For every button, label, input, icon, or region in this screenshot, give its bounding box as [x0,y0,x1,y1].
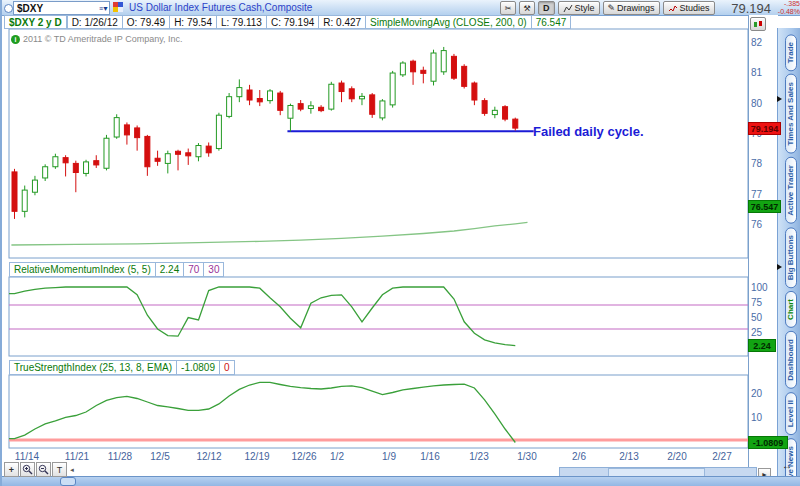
magnifier-minus-icon [38,464,49,475]
magnifier-plus-icon [22,464,33,475]
chart-toolbar: + T ◄ [4,462,76,477]
rmi-lower-cell: 30 [204,262,224,277]
rmi-upper-cell: 70 [184,262,204,277]
collapse-toolbar-arrow[interactable]: ◄ [68,464,76,475]
sma-study-value: 76.547 [532,15,572,29]
info-icon: i [11,35,20,44]
change-percent: -0.48% [766,8,800,16]
tsi-value-badge: -1.0809 [748,436,788,449]
rmi-header-row: RelativeMomentumIndex (5, 5) 2.24 70 30 [9,262,224,277]
chart-canvas[interactable] [2,0,800,486]
plus-move-icon: + [9,465,14,475]
platform-window: $DXY ≡▼ US Dollar Index Futures Cash,Com… [0,0,800,486]
sma-study-label[interactable]: SimpleMovingAvg (CLOSE, 200, 0) [366,15,532,29]
expand-horizontal-icon[interactable]: ↔ [782,460,792,471]
ohlc-field: D: 1/26/12 [67,15,123,29]
trendline-annotation[interactable]: Failed daily cycle. [533,124,644,139]
rmi-value-badge: 2.24 [748,339,776,352]
ohlc-field: H: 79.54 [170,15,217,29]
tsi-value-cell: -1.0809 [177,360,220,375]
pan-button[interactable]: + [4,462,19,477]
price-change: -.385 -0.48% [766,0,800,16]
ohlc-header-row: $DXY 2 y D D: 1/26/12O: 79.49H: 79.54L: … [4,15,571,29]
close-price-badge: 79.194 [748,122,781,135]
tsi-header-row: TrueStrengthIndex (25, 13, 8, EMA) -1.08… [9,360,235,375]
ohlc-field: L: 79.113 [217,15,267,29]
zoom-out-button[interactable] [36,462,51,477]
copyright-line: i 2011 © TD Ameritrade IP Company, Inc. [11,34,183,44]
tsi-study-label[interactable]: TrueStrengthIndex (25, 13, 8, EMA) [9,360,177,375]
ohlc-fields: D: 1/26/12O: 79.49H: 79.54L: 79.113C: 79… [67,15,366,29]
change-value: -.385 [766,0,800,8]
copyright-text: 2011 © TD Ameritrade IP Company, Inc. [23,34,183,44]
sma-value-badge: 76.547 [748,200,781,213]
zoom-in-button[interactable] [20,462,35,477]
symbol-timeframe: $DXY 2 y D [4,15,67,29]
rmi-value-cell: 2.24 [156,262,184,277]
tsi-zero-cell: 0 [220,360,235,375]
text-tool-button[interactable]: T [52,462,67,477]
rmi-study-label[interactable]: RelativeMomentumIndex (5, 5) [9,262,156,277]
ohlc-field: C: 79.194 [267,15,319,29]
ohlc-field: R: 0.427 [319,15,366,29]
ohlc-field: O: 79.49 [123,15,170,29]
